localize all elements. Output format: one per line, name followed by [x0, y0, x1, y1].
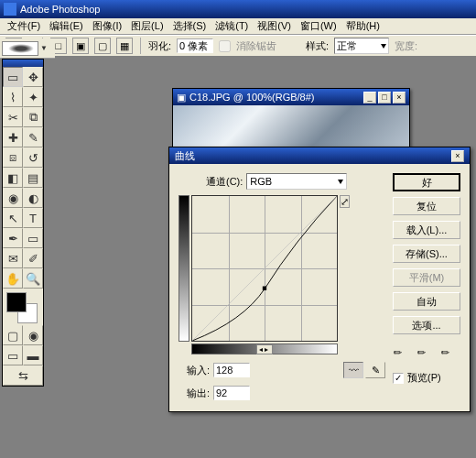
brush-preview-row: ▼ [0, 38, 55, 59]
brush-preview[interactable] [2, 41, 38, 56]
selection-add-icon[interactable]: ▣ [72, 38, 89, 54]
app-title: Adobe Photoshop [20, 4, 100, 15]
menu-view[interactable]: 视图(V) [254, 18, 295, 34]
stamp-tool[interactable]: ⧇ [3, 147, 23, 168]
screen-standard-icon[interactable]: ▭ [3, 345, 23, 365]
lasso-tool[interactable]: ⌇ [3, 87, 23, 107]
type-tool[interactable]: T [23, 208, 43, 228]
expand-graph-button[interactable]: ⤢ [340, 195, 350, 208]
gray-point-eyedropper-icon[interactable]: ✎ [415, 340, 438, 363]
dodge-tool[interactable]: ◐ [23, 188, 43, 208]
pen-tool[interactable]: ✒ [3, 228, 23, 248]
curve-line [192, 196, 337, 341]
maximize-button[interactable]: □ [378, 92, 391, 104]
input-label: 输入: [178, 364, 210, 377]
menu-window[interactable]: 窗口(W) [297, 18, 341, 34]
antialias-label: 消除锯齿 [236, 39, 276, 53]
app-icon [4, 3, 16, 16]
preview-label: 预览(P) [407, 371, 441, 385]
style-select[interactable]: 正常 [334, 38, 389, 54]
toolbox-titlebar[interactable] [3, 60, 43, 67]
chevron-down-icon[interactable]: ▼ [40, 44, 48, 52]
curve-pencil-mode[interactable]: ✎ [365, 362, 385, 378]
white-point-eyedropper-icon[interactable]: ✎ [438, 340, 461, 363]
save-button[interactable]: 存储(S)... [393, 245, 460, 263]
wand-tool[interactable]: ✦ [23, 87, 43, 107]
notes-tool[interactable]: ✉ [3, 248, 23, 268]
menu-bar: 文件(F) 编辑(E) 图像(I) 图层(L) 选择(S) 滤镜(T) 视图(V… [0, 18, 476, 35]
menu-edit[interactable]: 编辑(E) [46, 18, 87, 34]
input-gradient[interactable]: ◂▸ [191, 344, 338, 354]
document-titlebar[interactable]: ▣ C18.JPG @ 100%(RGB/8#) _ □ × [173, 89, 409, 105]
standard-mode-icon[interactable]: ▢ [3, 325, 23, 345]
curves-graph[interactable] [191, 195, 338, 342]
svg-rect-1 [263, 287, 266, 290]
output-value[interactable] [213, 386, 250, 400]
quickmask-mode-icon[interactable]: ◉ [23, 325, 43, 345]
brush-tool[interactable]: ✎ [23, 127, 43, 147]
output-label: 输出: [178, 387, 210, 400]
menu-help[interactable]: 帮助(H) [342, 18, 384, 34]
menu-layer[interactable]: 图层(L) [127, 18, 167, 34]
close-button[interactable]: × [451, 150, 464, 162]
dialog-title: 曲线 [175, 149, 195, 163]
cancel-button[interactable]: 复位 [393, 197, 460, 215]
channel-label: 通道(C): [206, 175, 243, 189]
selection-subtract-icon[interactable]: ▢ [94, 38, 111, 54]
eyedropper-tool[interactable]: ✐ [23, 248, 43, 268]
color-swatch[interactable] [3, 289, 43, 325]
output-gradient [178, 195, 189, 342]
history-brush-tool[interactable]: ↺ [23, 147, 43, 168]
curves-dialog: 曲线 × 通道(C): RGB [168, 147, 471, 412]
curve-point-mode[interactable]: 〰 [343, 362, 363, 378]
load-button[interactable]: 载入(L)... [393, 221, 460, 239]
jump-to-icon[interactable]: ⇆ [3, 365, 43, 386]
heal-tool[interactable]: ✚ [3, 127, 23, 147]
hand-tool[interactable]: ✋ [3, 268, 23, 289]
crop-tool[interactable]: ✂ [3, 107, 23, 127]
gradient-tool[interactable]: ▤ [23, 168, 43, 188]
minimize-button[interactable]: _ [363, 92, 376, 104]
path-tool[interactable]: ↖ [3, 208, 23, 228]
shape-tool[interactable]: ▭ [23, 228, 43, 248]
width-label: 宽度: [395, 39, 417, 53]
options-button[interactable]: 选项... [393, 316, 460, 334]
marquee-tool[interactable]: ▭ [3, 67, 23, 87]
black-point-eyedropper-icon[interactable]: ✎ [391, 340, 414, 363]
gradient-flip-icon[interactable]: ◂▸ [256, 344, 273, 354]
feather-input[interactable] [177, 38, 213, 53]
zoom-tool[interactable]: 🔍 [23, 268, 43, 289]
screen-full-menubar-icon[interactable]: ▬ [23, 345, 43, 365]
style-label: 样式: [306, 39, 329, 53]
close-button[interactable]: × [393, 92, 406, 104]
separator [140, 38, 141, 54]
feather-label: 羽化: [148, 39, 171, 53]
eraser-tool[interactable]: ◧ [3, 168, 23, 188]
antialias-checkbox [219, 40, 231, 52]
menu-select[interactable]: 选择(S) [169, 18, 211, 34]
auto-button[interactable]: 自动 [393, 292, 460, 311]
preview-checkbox[interactable]: ✓ [393, 373, 404, 384]
options-bar: ▭ ▼ □ ▣ ▢ ▦ 羽化: 消除锯齿 样式: 正常 宽度: [0, 35, 476, 57]
input-value[interactable] [213, 363, 250, 377]
menu-filter[interactable]: 滤镜(T) [211, 18, 252, 34]
smooth-button: 平滑(M) [393, 268, 460, 287]
svg-line-0 [192, 196, 337, 341]
document-icon: ▣ [177, 92, 186, 104]
channel-select[interactable]: RGB [246, 173, 347, 190]
menu-image[interactable]: 图像(I) [89, 18, 125, 34]
foreground-color[interactable] [6, 292, 27, 312]
menu-file[interactable]: 文件(F) [4, 18, 44, 34]
selection-intersect-icon[interactable]: ▦ [116, 38, 133, 54]
dialog-titlebar[interactable]: 曲线 × [169, 147, 470, 164]
chevron-down-icon [338, 180, 343, 184]
toolbox: ▭ ✥ ⌇ ✦ ✂ ⧉ ✚ ✎ ⧇ ↺ ◧ ▤ ◉ ◐ ↖ T ✒ ▭ ✉ ✐ … [2, 59, 44, 387]
chevron-down-icon [381, 44, 386, 49]
move-tool[interactable]: ✥ [23, 67, 43, 87]
document-title: C18.JPG @ 100%(RGB/8#) [189, 92, 315, 103]
slice-tool[interactable]: ⧉ [23, 107, 43, 127]
app-titlebar: Adobe Photoshop [0, 0, 476, 18]
blur-tool[interactable]: ◉ [3, 188, 23, 208]
ok-button[interactable]: 好 [393, 173, 460, 191]
style-value: 正常 [337, 39, 357, 53]
